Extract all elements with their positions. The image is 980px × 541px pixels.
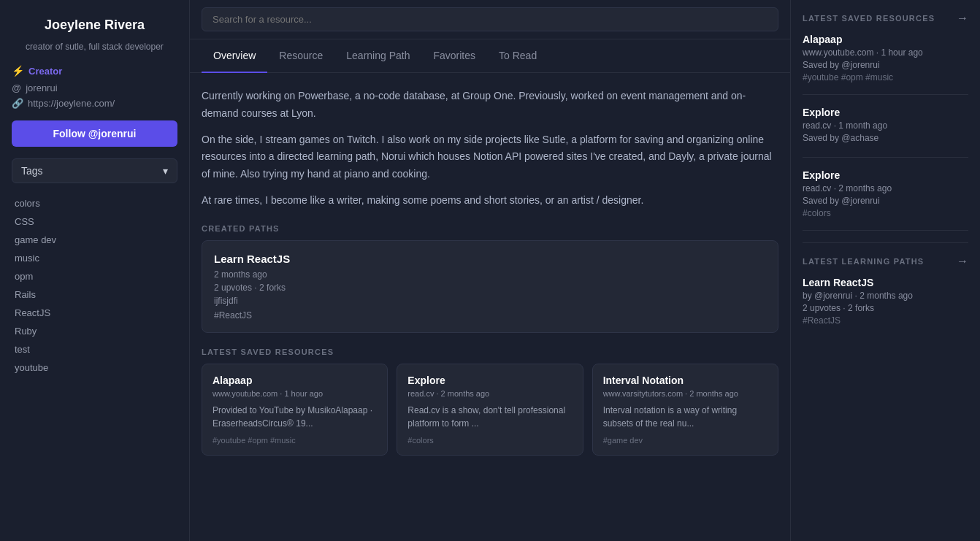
panel-path-tag-1: #ReactJS [803, 315, 968, 326]
panel-item-tags-3: #colors [803, 208, 968, 218]
tags-list: colors CSS game dev music opm Rails Reac… [12, 195, 177, 376]
right-panel: LATEST SAVED RESOURCES → Alapaap www.you… [790, 0, 980, 541]
panel-divider [803, 242, 968, 243]
path-tag: #ReactJS [214, 310, 766, 321]
resource-card-1: Alapaap www.youtube.com · 1 hour ago Pro… [202, 364, 388, 456]
badge-icon: ⚡ [12, 65, 24, 77]
panel-item-url-3: read.cv · 2 months ago [803, 183, 968, 193]
resource-desc-2: Read.cv is a show, don't tell profession… [407, 404, 572, 430]
tab-learning-path[interactable]: Learning Path [334, 39, 421, 73]
panel-saved-item-3: Explore read.cv · 2 months ago Saved by … [803, 169, 968, 231]
latest-paths-arrow-icon[interactable]: → [957, 255, 968, 268]
latest-saved-section-header: LATEST SAVED RESOURCES → [803, 12, 968, 25]
at-icon: @ [12, 83, 21, 93]
tab-resource[interactable]: Resource [267, 39, 334, 73]
path-description: ijfisjdfi [214, 296, 766, 306]
created-paths-label: CREATED PATHS [202, 224, 778, 233]
resource-tags-1: #youtube #opm #music [213, 436, 377, 445]
bio-paragraph-3: At rare times, I become like a writer, m… [202, 192, 778, 210]
tag-item[interactable]: test [12, 341, 177, 358]
website-url: https://joeylene.com/ [28, 98, 115, 109]
latest-saved-label: LATEST SAVED RESOURCES [202, 348, 778, 356]
resource-title-2: Explore [407, 375, 572, 386]
tab-to-read[interactable]: To Read [487, 39, 548, 73]
resource-title-3: Interval Notation [603, 375, 767, 386]
panel-path-stats-1: 2 upvotes · 2 forks [803, 303, 968, 313]
panel-path-by-1: by @jorenrui · 2 months ago [803, 291, 968, 301]
follow-button[interactable]: Follow @jorenrui [12, 120, 177, 147]
resource-title-1: Alapaap [213, 375, 377, 386]
resource-desc-3: Interval notation is a way of writing su… [603, 404, 767, 430]
website-link[interactable]: 🔗 https://joeylene.com/ [12, 98, 177, 109]
panel-path-title-1: Learn ReactJS [803, 277, 968, 288]
latest-saved-section-title: LATEST SAVED RESOURCES [803, 14, 935, 23]
sidebar: Joeylene Rivera creator of sutle, full s… [0, 0, 190, 541]
resource-tags-3: #game dev [603, 436, 767, 445]
panel-path-item-1: Learn ReactJS by @jorenrui · 2 months ag… [803, 277, 968, 337]
path-votes-forks: 2 upvotes · 2 forks [214, 283, 766, 293]
sidebar-username: Joeylene Rivera [12, 18, 177, 33]
badge-label: Creator [28, 66, 62, 77]
tag-item[interactable]: Ruby [12, 323, 177, 339]
path-card: Learn ReactJS 2 months ago 2 upvotes · 2… [202, 240, 778, 333]
panel-item-title-1: Alapaap [803, 34, 968, 45]
tab-overview[interactable]: Overview [202, 39, 267, 73]
panel-item-title-3: Explore [803, 169, 968, 181]
latest-saved-arrow-icon[interactable]: → [957, 12, 968, 25]
search-input[interactable] [202, 7, 778, 31]
tabs: Overview Resource Learning Path Favorite… [190, 39, 790, 73]
username-handle: jorenrui [26, 83, 57, 93]
latest-paths-section-header: LATEST LEARNING PATHS → [803, 255, 968, 268]
panel-item-saved-1: Saved by @jorenrui [803, 60, 968, 70]
resource-url-1: www.youtube.com · 1 hour ago [213, 389, 377, 398]
chevron-down-icon: ▾ [163, 165, 168, 177]
panel-saved-item-2: Explore read.cv · 1 month ago Saved by @… [803, 107, 968, 158]
panel-item-tags-1: #youtube #opm #music [803, 72, 968, 83]
resource-card-3: Interval Notation www.varsitytutors.com … [592, 364, 778, 456]
creator-badge: ⚡ Creator [12, 64, 177, 78]
tag-item[interactable]: youtube [12, 359, 177, 376]
bio-paragraph-2: On the side, I stream games on Twitch. I… [202, 131, 778, 183]
path-meta: 2 months ago [214, 269, 766, 280]
content-area: Currently working on Powerbase, a no-cod… [190, 73, 790, 541]
panel-item-saved-3: Saved by @jorenrui [803, 196, 968, 206]
resource-tags-2: #colors [407, 436, 572, 445]
panel-item-url-2: read.cv · 1 month ago [803, 120, 968, 131]
panel-saved-item-1: Alapaap www.youtube.com · 1 hour ago Sav… [803, 34, 968, 95]
tag-item[interactable]: ReactJS [12, 304, 177, 321]
tab-favorites[interactable]: Favorites [421, 39, 487, 73]
main-area: Overview Resource Learning Path Favorite… [190, 0, 790, 541]
search-bar [190, 0, 790, 39]
resource-desc-1: Provided to YouTube by MusikoAlapaap · E… [213, 404, 377, 430]
tags-label: Tags [21, 165, 43, 177]
tag-item[interactable]: opm [12, 268, 177, 285]
path-title: Learn ReactJS [214, 253, 766, 265]
tags-dropdown[interactable]: Tags ▾ [12, 158, 177, 183]
panel-item-url-1: www.youtube.com · 1 hour ago [803, 47, 968, 58]
resource-grid: Alapaap www.youtube.com · 1 hour ago Pro… [202, 364, 778, 456]
resource-url-2: read.cv · 2 months ago [407, 389, 572, 398]
resource-card-2: Explore read.cv · 2 months ago Read.cv i… [397, 364, 583, 456]
tag-item[interactable]: music [12, 250, 177, 266]
resource-url-3: www.varsitytutors.com · 2 months ago [603, 389, 767, 398]
tag-item[interactable]: CSS [12, 213, 177, 230]
tag-item[interactable]: game dev [12, 231, 177, 248]
bio-paragraph-1: Currently working on Powerbase, a no-cod… [202, 88, 778, 123]
latest-paths-section-title: LATEST LEARNING PATHS [803, 257, 924, 266]
sidebar-subtitle: creator of sutle, full stack developer [12, 42, 177, 52]
link-icon: 🔗 [12, 98, 23, 109]
username-link[interactable]: @ jorenrui [12, 83, 177, 93]
tag-item[interactable]: colors [12, 195, 177, 212]
tag-item[interactable]: Rails [12, 286, 177, 303]
panel-item-title-2: Explore [803, 107, 968, 118]
panel-item-saved-2: Saved by @achase [803, 133, 968, 143]
